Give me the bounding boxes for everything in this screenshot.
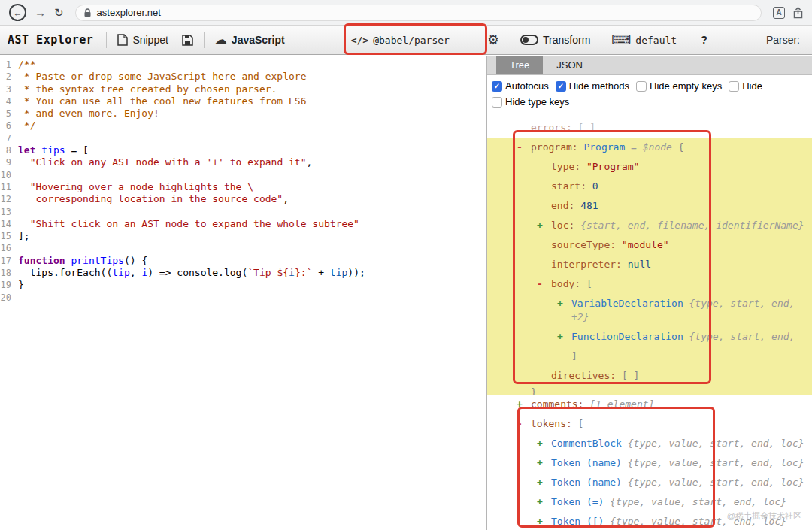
tree-node[interactable]: end: 481 <box>487 196 812 216</box>
tree-token: start: <box>551 180 586 192</box>
translate-icon[interactable]: A <box>773 7 785 19</box>
code-token: * You can use all the cool new features … <box>18 95 307 107</box>
expand-toggle[interactable]: + <box>537 515 551 528</box>
tab-tree[interactable]: Tree <box>496 56 543 74</box>
language-button[interactable]: ☁ JavaScript <box>208 26 292 54</box>
toolbar-divider <box>106 32 107 48</box>
checkbox[interactable]: ✓ <box>492 81 502 92</box>
code-token: }:` <box>295 267 312 278</box>
refresh-button[interactable]: ↻ <box>54 7 64 18</box>
expand-toggle[interactable]: + <box>537 476 551 489</box>
collapse-toggle[interactable]: - <box>517 417 531 431</box>
tree-node[interactable]: +Token (name) {type, value, start, end, … <box>487 453 812 473</box>
code-line: 3 * the syntax tree created by chosen pa… <box>0 83 486 95</box>
snippet-button[interactable]: Snippet <box>111 26 174 54</box>
checkbox[interactable]: ✓ <box>556 81 566 92</box>
tree-node[interactable]: -body: [ <box>487 274 812 294</box>
tree-node[interactable]: } <box>487 386 812 395</box>
language-label: JavaScript <box>232 34 285 46</box>
option-hide[interactable]: Hide <box>729 80 762 92</box>
option-hide-type-keys[interactable]: Hide type keys <box>492 96 569 108</box>
tree-node[interactable]: +Token (name) {type, value, start, end, … <box>487 473 812 492</box>
tree-node[interactable]: -tokens: [ <box>487 414 812 434</box>
option-hide-methods[interactable]: ✓Hide methods <box>556 80 629 92</box>
code-text <box>18 242 24 254</box>
checkbox[interactable] <box>636 81 647 92</box>
expand-toggle[interactable]: + <box>557 330 571 344</box>
code-text: function printTips() { <box>18 255 147 267</box>
tree-node[interactable]: -program: Program = $node { <box>487 138 812 157</box>
tree-token: null <box>628 259 651 270</box>
option-autofocus[interactable]: ✓Autofocus <box>492 80 549 92</box>
share-icon[interactable] <box>793 7 803 19</box>
line-number: 4 <box>0 95 18 108</box>
code-text: } <box>18 279 24 291</box>
tree-node[interactable]: start: 0 <box>487 177 812 196</box>
collapse-toggle[interactable]: - <box>517 141 531 154</box>
line-number: 11 <box>0 181 18 193</box>
tree-node[interactable]: directives: [ ] <box>487 366 812 386</box>
code-text: * and even more. Enjoy! <box>18 108 159 120</box>
line-number: 1 <box>0 59 18 71</box>
tree-node[interactable]: type: "Program" <box>487 157 812 177</box>
expand-toggle[interactable]: + <box>537 456 551 470</box>
save-button[interactable] <box>175 26 200 54</box>
parser-button[interactable]: </> @babel/parser <box>344 26 456 54</box>
option-row: Hide type keys <box>492 96 812 108</box>
toggle-icon <box>520 35 538 45</box>
tree-node[interactable]: sourceType: "module" <box>487 235 812 255</box>
checkbox[interactable] <box>492 97 502 108</box>
tree-token: [ <box>580 278 592 289</box>
collapse-toggle[interactable]: - <box>537 277 551 291</box>
tree-node[interactable]: ] <box>487 347 812 366</box>
tree-view[interactable]: errors: [ ]-program: Program = $node {ty… <box>487 114 812 530</box>
tab-json[interactable]: JSON <box>543 56 596 74</box>
tree-token <box>622 438 628 449</box>
parser-label: @babel/parser <box>373 35 450 46</box>
code-line: 9 "Click on any AST node with a '+' to e… <box>0 156 486 168</box>
tree-token: {type, start, end, <box>689 331 795 342</box>
parser-settings-button[interactable]: ⚙ <box>480 26 506 54</box>
code-token: tip <box>330 267 347 278</box>
line-number: 17 <box>0 255 18 267</box>
expand-toggle[interactable]: + <box>537 437 551 450</box>
option-label: Hide methods <box>569 80 629 92</box>
expand-toggle[interactable]: + <box>537 495 551 509</box>
code-token: * Paste or drop some JavaScript here and… <box>18 71 307 82</box>
ast-tab-bar: TreeJSON <box>487 56 812 75</box>
tree-node[interactable]: +comments: [1 element] <box>487 395 812 414</box>
code-line: 5 * and even more. Enjoy! <box>0 108 486 120</box>
tree-token: } <box>531 386 537 395</box>
code-token: i <box>289 267 295 278</box>
tree-node[interactable]: +CommentBlock {type, value, start, end, … <box>487 434 812 453</box>
keymap-button[interactable]: ⌨ default <box>604 26 683 54</box>
code-line: 17function printTips() { <box>0 255 486 267</box>
tree-node[interactable]: +loc: {start, end, filename, identifierN… <box>487 216 812 235</box>
expand-toggle[interactable]: + <box>517 398 531 411</box>
parser-right-label: Parser: <box>766 34 812 46</box>
code-line: 4 * You can use all the cool new feature… <box>0 95 486 108</box>
tree-node[interactable]: errors: [ ] <box>487 118 812 138</box>
expand-toggle[interactable]: + <box>557 297 571 310</box>
code-brackets-icon: </> <box>351 35 368 46</box>
tree-node[interactable]: +FunctionDeclaration {type, start, end, <box>487 327 812 347</box>
tree-node[interactable]: +Token (=) {type, value, start, end, loc… <box>487 492 812 512</box>
tree-node[interactable]: +VariableDeclaration {type, start, end, … <box>487 294 812 327</box>
ast-panel: TreeJSON ✓Autofocus✓Hide methodsHide emp… <box>487 56 812 530</box>
checkbox[interactable] <box>729 81 739 92</box>
code-token: () { <box>124 255 147 266</box>
help-button[interactable]: ? <box>694 26 714 54</box>
address-bar[interactable]: astexplorer.net <box>75 5 762 21</box>
option-hide-empty-keys[interactable]: Hide empty keys <box>636 80 722 92</box>
option-row: ✓Autofocus✓Hide methodsHide empty keysHi… <box>492 80 812 92</box>
expand-toggle[interactable]: + <box>537 219 551 232</box>
tree-node[interactable]: interpreter: null <box>487 255 812 274</box>
line-number: 7 <box>0 132 18 144</box>
back-button[interactable]: ← <box>9 4 26 21</box>
code-text: */ <box>18 120 35 132</box>
transform-toggle-button[interactable]: Transform <box>514 26 597 54</box>
code-token: tips.forEach(( <box>18 267 112 278</box>
tree-token <box>574 200 580 211</box>
code-editor[interactable]: 1/**2 * Paste or drop some JavaScript he… <box>0 56 487 530</box>
forward-button[interactable]: → <box>35 7 46 18</box>
